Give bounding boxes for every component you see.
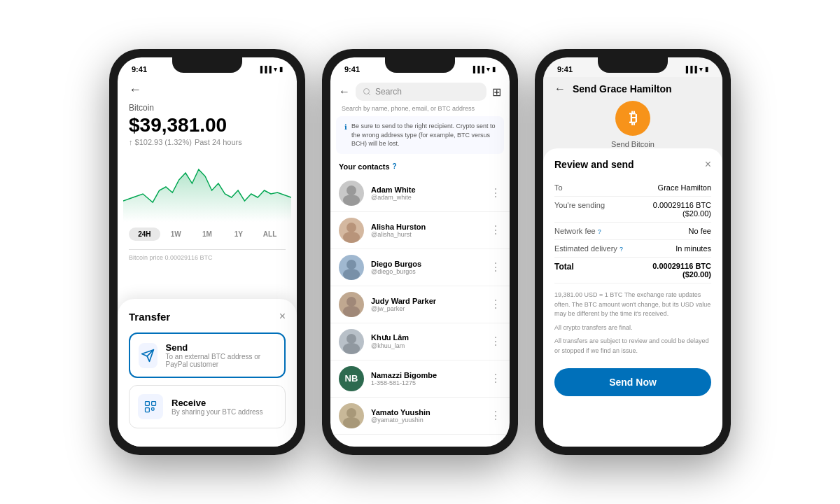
receive-text: Receive By sharing your BTC address	[172, 398, 263, 416]
change-period: Past 24 hours	[195, 138, 242, 146]
contact-handle: @diego_burgos	[371, 268, 421, 275]
price-display: $39,381.00	[118, 113, 297, 138]
back-button-1[interactable]: ←	[129, 83, 141, 97]
signal-icon-3: ▐▐▐	[684, 66, 697, 73]
sending-value: 0.00029116 BTC ($20.00)	[625, 201, 711, 218]
list-item[interactable]: Judy Ward Parker @jw_parker ⋮	[330, 286, 510, 323]
more-icon[interactable]: ⋮	[490, 335, 501, 348]
modal-close-button[interactable]: ×	[279, 310, 286, 323]
avatar	[339, 255, 364, 280]
review-title: Review and send	[554, 159, 634, 170]
more-icon[interactable]: ⋮	[490, 260, 501, 274]
transfer-title: Transfer	[129, 311, 170, 323]
send-title-header: Send Grace Hamilton	[573, 83, 672, 94]
review-row-to: To Grace Hamilton	[554, 179, 711, 197]
change-value: ↑ $102.93 (1.32%)	[129, 138, 192, 146]
list-item[interactable]: Yamato Yuushin @yamato_yuushin ⋮	[330, 398, 510, 435]
svg-point-12	[343, 306, 360, 317]
exchange-rate-info: 19,381.00 USD = 1 BTC The exchange rate …	[554, 290, 711, 319]
signal-icon: ▐▐▐	[258, 66, 272, 73]
send-option[interactable]: Send To an external BTC address or PayPa…	[129, 332, 286, 378]
search-placeholder: Search	[375, 87, 402, 97]
fee-help-icon[interactable]: ?	[598, 228, 601, 235]
wifi-icon: ▾	[274, 66, 277, 73]
contact-name: Judy Ward Parker	[371, 297, 436, 305]
phone-2-screen: 9:41 ▐▐▐ ▾ ▮ ← Search ⊞ Search b	[330, 57, 510, 447]
list-item[interactable]: Khưu Lâm @khuu_lam ⋮	[330, 323, 510, 360]
back-button-2[interactable]: ←	[339, 85, 350, 98]
delivery-help-icon[interactable]: ?	[620, 246, 623, 253]
tab-1y[interactable]: 1Y	[223, 227, 254, 241]
svg-rect-3	[152, 408, 154, 410]
status-icons-3: ▐▐▐ ▾ ▮	[684, 66, 708, 73]
review-row-fee: Network fee ? No fee	[554, 223, 711, 240]
qr-button[interactable]: ⊞	[492, 85, 501, 99]
delivery-label: Estimated delivery ?	[554, 244, 623, 253]
price-chart	[118, 152, 297, 222]
list-item[interactable]: NB Namazzi Bigombe 1-358-581-1275 ⋮	[330, 360, 510, 398]
phone-1-screen: 9:41 ▐▐▐ ▾ ▮ ← Bitcoin $39,381.00 ↑ $102…	[118, 57, 297, 447]
avatar	[339, 218, 364, 243]
tab-24h[interactable]: 24H	[129, 227, 160, 241]
contacts-help-icon[interactable]: ?	[393, 162, 397, 170]
back-button-3[interactable]: ←	[554, 83, 566, 95]
contact-info: Khưu Lâm @khuu_lam	[371, 333, 409, 349]
to-value: Grace Hamilton	[658, 183, 711, 192]
btc-small: Bitcoin price 0.00029116 BTC	[118, 253, 297, 262]
more-icon[interactable]: ⋮	[490, 223, 501, 237]
contact-handle: @adam_white	[371, 194, 416, 201]
wifi-icon-3: ▾	[699, 66, 703, 73]
phone-1: 9:41 ▐▐▐ ▾ ▮ ← Bitcoin $39,381.00 ↑ $102…	[109, 49, 305, 455]
more-icon[interactable]: ⋮	[490, 409, 501, 422]
coin-label: Bitcoin	[118, 100, 297, 113]
modal-header: Transfer ×	[129, 310, 286, 323]
notch-2	[385, 57, 455, 73]
tab-1w[interactable]: 1W	[160, 227, 192, 241]
final-note: All crypto transfers are final.	[554, 323, 711, 333]
contact-handle: @khuu_lam	[371, 342, 409, 349]
delivery-value: In minutes	[676, 244, 711, 253]
phone-3-screen: 9:41 ▐▐▐ ▾ ▮ ← Send Grace Hamilton ₿ Sen…	[543, 57, 722, 447]
avatar	[339, 181, 364, 206]
send-now-button[interactable]: Send Now	[554, 368, 711, 396]
list-item[interactable]: Adam White @adam_white ⋮	[330, 175, 510, 212]
price-change: ↑ $102.93 (1.32%) Past 24 hours	[118, 138, 297, 152]
receive-option[interactable]: Receive By sharing your BTC address	[129, 385, 286, 428]
svg-point-16	[343, 417, 360, 428]
svg-point-13	[346, 334, 356, 344]
svg-point-7	[346, 223, 356, 232]
status-time-3: 9:41	[557, 65, 573, 74]
more-icon[interactable]: ⋮	[490, 372, 501, 385]
p2-header: ← Search ⊞	[330, 77, 510, 104]
review-note: All transfers are subject to review and …	[554, 337, 711, 356]
more-icon[interactable]: ⋮	[490, 298, 501, 311]
avatar	[339, 329, 364, 354]
send-text: Send To an external BTC address or PayPa…	[166, 342, 276, 368]
tab-1m[interactable]: 1M	[192, 227, 223, 241]
contacts-list: Adam White @adam_white ⋮ Alisha Hurston …	[330, 175, 510, 435]
status-icons-2: ▐▐▐ ▾ ▮	[471, 66, 496, 73]
receive-sub: By sharing your BTC address	[172, 408, 263, 416]
contact-name: Namazzi Bigombe	[371, 371, 437, 379]
tab-all[interactable]: ALL	[254, 227, 286, 241]
search-hint: Search by name, phone, email, or BTC add…	[330, 104, 510, 116]
list-item[interactable]: Diego Burgos @diego_burgos ⋮	[330, 249, 510, 286]
send-sub: To an external BTC address or PayPal cus…	[166, 353, 276, 368]
review-close-button[interactable]: ×	[705, 158, 711, 171]
svg-rect-1	[152, 402, 156, 406]
review-info-section: 19,381.00 USD = 1 BTC The exchange rate …	[554, 290, 711, 356]
svg-point-8	[343, 232, 360, 243]
contact-name: Diego Burgos	[371, 260, 421, 268]
search-input[interactable]: Search	[356, 83, 486, 101]
svg-rect-0	[146, 402, 150, 406]
contact-name: Adam White	[371, 186, 416, 194]
contact-handle: @yamato_yuushin	[371, 416, 430, 424]
p1-header: ←	[118, 77, 297, 100]
phone-2: 9:41 ▐▐▐ ▾ ▮ ← Search ⊞ Search b	[322, 49, 518, 455]
svg-point-10	[343, 269, 360, 280]
list-item[interactable]: Alisha Hurston @alisha_hurst ⋮	[330, 212, 510, 249]
more-icon[interactable]: ⋮	[490, 186, 501, 200]
contact-handle: @jw_parker	[371, 305, 436, 312]
svg-point-14	[343, 343, 360, 354]
p3-header: ← Send Grace Hamilton	[543, 77, 722, 98]
